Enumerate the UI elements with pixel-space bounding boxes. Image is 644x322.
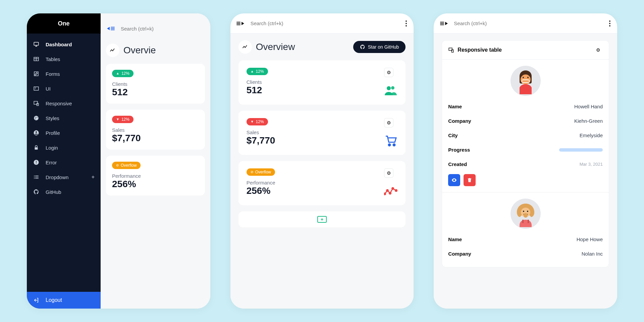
svg-point-29 — [392, 188, 394, 190]
sidebar-collapse-toggle[interactable] — [107, 25, 114, 32]
responsive-table-card: Responsive table ⚙ NameHowell Hand Compa… — [442, 40, 609, 267]
sidebar-item-tables[interactable]: Tables — [27, 52, 101, 66]
svg-point-11 — [36, 131, 37, 133]
svg-point-26 — [384, 193, 386, 195]
sidebar-item-error[interactable]: Error — [27, 155, 101, 170]
sidebar-item-label: Tables — [46, 56, 60, 62]
metric-label: Performance — [112, 173, 199, 179]
github-icon — [360, 44, 365, 50]
brand-title: One — [27, 13, 101, 34]
sidebar-item-styles[interactable]: Styles — [27, 111, 101, 125]
lock-icon — [33, 144, 40, 151]
search-input[interactable] — [121, 26, 204, 32]
chart-line-icon — [238, 40, 252, 54]
sidebar-item-label: Forms — [46, 71, 60, 77]
github-star-button[interactable]: Star on GitHub — [353, 41, 406, 53]
svg-point-7 — [35, 117, 36, 118]
svg-point-28 — [389, 193, 391, 194]
card-title: Responsive table — [458, 47, 502, 53]
sidebar-item-login[interactable]: Login — [27, 140, 101, 155]
row-label: Created — [448, 161, 467, 167]
stat-card-clients: ▲12% Clients 512 ⚙ — [238, 60, 406, 105]
svg-rect-45 — [522, 220, 524, 223]
sidebar-item-label: Login — [46, 145, 58, 151]
table-row: NameHowell Hand CompanyKiehn-Green CityE… — [442, 60, 609, 193]
svg-point-8 — [37, 117, 37, 118]
row-value: Emelyside — [580, 132, 603, 138]
svg-point-37 — [523, 77, 524, 78]
sidebar-item-dropdown[interactable]: Dropdown + — [27, 170, 101, 184]
logout-label: Logout — [46, 297, 62, 303]
svg-point-23 — [391, 86, 394, 90]
sidebar-expand-toggle[interactable] — [440, 20, 447, 27]
cash-plus-icon — [317, 216, 327, 223]
logout-button[interactable]: Logout — [27, 292, 101, 309]
trend-badge-down: ▼12% — [112, 116, 133, 123]
card-settings-button[interactable]: ⚙ — [384, 68, 393, 77]
row-value: Hope Howe — [577, 236, 603, 242]
svg-rect-15 — [36, 163, 37, 164]
svg-rect-20 — [34, 178, 35, 179]
metric-value: 512 — [112, 87, 199, 98]
plus-icon: + — [92, 174, 95, 180]
row-value: Howell Hand — [574, 104, 603, 109]
card-settings-button[interactable]: ⚙ — [593, 45, 603, 55]
row-label: Company — [448, 118, 471, 124]
github-star-label: Star on GitHub — [368, 44, 399, 50]
metric-value: $7,770 — [112, 133, 199, 144]
sidebar-item-label: Dropdown — [46, 174, 68, 180]
metric-label: Sales — [247, 129, 275, 135]
svg-rect-19 — [35, 177, 39, 177]
sidebar-item-label: GitHub — [46, 189, 61, 195]
sidebar-expand-toggle[interactable] — [237, 20, 244, 27]
people-icon — [384, 84, 397, 97]
metric-value: 256% — [247, 185, 275, 196]
sidebar-item-label: Error — [46, 160, 57, 165]
row-value: Kiehn-Green — [574, 118, 603, 124]
more-menu-button[interactable] — [609, 20, 610, 26]
sidebar-item-ui[interactable]: UI — [27, 81, 101, 96]
ui-icon — [33, 85, 40, 92]
sidebar-item-github[interactable]: GitHub — [27, 184, 101, 199]
logout-icon — [33, 297, 40, 304]
row-label: City — [448, 132, 458, 138]
trend-badge-warn: ⊘Overflow — [112, 162, 141, 169]
svg-point-27 — [387, 190, 388, 192]
metric-value: 512 — [247, 85, 268, 96]
sidebar-item-forms[interactable]: Forms — [27, 66, 101, 81]
row-label: Name — [448, 104, 462, 109]
svg-point-24 — [388, 144, 390, 146]
responsive-icon — [33, 100, 40, 107]
search-input[interactable] — [454, 20, 609, 26]
metric-value: $7,770 — [247, 135, 275, 146]
trend-line-icon — [384, 184, 397, 198]
more-menu-button[interactable] — [406, 20, 407, 26]
delete-button[interactable] — [464, 174, 476, 186]
svg-rect-14 — [36, 161, 37, 163]
svg-point-9 — [35, 118, 36, 119]
sidebar-item-label: UI — [46, 86, 51, 92]
sidebar-item-responsive[interactable]: Responsive — [27, 96, 101, 111]
card-settings-button[interactable]: ⚙ — [384, 118, 393, 127]
screen1-content: Overvie ▲12% Clients 512 ▼12% Sales $7,7… — [101, 13, 210, 309]
svg-rect-0 — [34, 42, 39, 45]
stat-card-sales: ▼12% Sales $7,770 — [106, 110, 205, 150]
sidebar-item-profile[interactable]: Profile — [27, 125, 101, 140]
alert-icon — [33, 159, 40, 166]
card-settings-button[interactable]: ⚙ — [384, 168, 393, 178]
search-input[interactable] — [251, 20, 406, 26]
row-label: Name — [448, 236, 462, 242]
sidebar-item-dashboard[interactable]: Dashboard — [27, 37, 101, 52]
github-icon — [33, 189, 40, 195]
sidebar-item-label: Profile — [46, 130, 60, 136]
view-button[interactable] — [448, 174, 460, 186]
svg-rect-12 — [35, 147, 38, 150]
page-title: Overvie — [123, 45, 156, 56]
svg-point-38 — [527, 77, 529, 78]
user-circle-icon — [33, 129, 40, 136]
svg-rect-36 — [522, 80, 529, 82]
svg-point-25 — [393, 144, 395, 146]
monitor-icon — [33, 41, 40, 48]
svg-point-39 — [454, 180, 455, 181]
sidebar: One Dashboard Tables Forms UI — [27, 13, 101, 309]
